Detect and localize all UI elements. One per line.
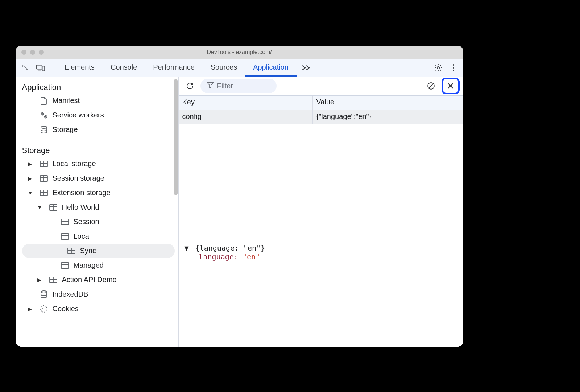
sidebar-item-label: Local	[74, 232, 91, 240]
chevron-right-icon: ▶	[37, 277, 45, 283]
sidebar-item-action-api-demo[interactable]: ▶ Action API Demo	[16, 273, 178, 287]
table-icon	[49, 277, 58, 283]
more-tabs-icon[interactable]	[297, 64, 315, 71]
sidebar-item-label: Sync	[80, 247, 96, 255]
sidebar-item-label: Hello World	[62, 203, 99, 211]
cell-value[interactable]: {"language":"en"}	[313, 110, 463, 124]
group-application: Application	[16, 80, 178, 94]
table-icon	[49, 204, 58, 211]
clear-all-icon[interactable]	[425, 80, 437, 92]
chevron-right-icon: ▶	[28, 176, 35, 181]
sidebar-item-label: Managed	[74, 261, 104, 269]
table-icon	[61, 233, 69, 240]
table-icon	[67, 248, 76, 254]
chevron-down-icon: ▼	[37, 205, 45, 210]
storage-toolbar: Filter	[179, 77, 463, 96]
svg-point-20	[41, 291, 47, 293]
value-preview: ▼ {language: "en"} language: "en"	[179, 240, 463, 347]
sidebar-item-label: Session storage	[53, 174, 104, 182]
gears-icon	[40, 112, 48, 119]
filter-input[interactable]: Filter	[200, 79, 277, 93]
preview-summary: {language: "en"}	[195, 244, 265, 252]
tab-application[interactable]: Application	[245, 59, 297, 77]
table-icon	[61, 219, 69, 225]
group-storage: Storage	[16, 143, 178, 157]
panel-tabs: Elements Console Performance Sources App…	[57, 59, 297, 77]
database-icon	[40, 126, 48, 134]
sidebar-item-label: Service workers	[53, 111, 104, 119]
sidebar-item-label: Action API Demo	[62, 276, 117, 284]
svg-point-7	[42, 114, 43, 114]
svg-point-3	[453, 64, 454, 66]
sidebar-item-label: Cookies	[53, 305, 79, 313]
sidebar-item-managed[interactable]: Managed	[16, 258, 178, 273]
svg-point-9	[45, 116, 46, 117]
tab-elements[interactable]: Elements	[57, 59, 103, 77]
sidebar-item-local-storage[interactable]: ▶ Local storage	[16, 157, 178, 171]
tab-sources[interactable]: Sources	[203, 59, 245, 77]
preview-prop-value: "en"	[243, 252, 260, 261]
sidebar-item-service-workers[interactable]: Service workers	[16, 108, 178, 123]
refresh-icon[interactable]	[184, 80, 196, 92]
chevron-down-icon: ▼	[185, 244, 191, 252]
svg-point-22	[42, 308, 43, 309]
chevron-down-icon: ▼	[28, 190, 35, 196]
sidebar-item-storage-overview[interactable]: Storage	[16, 123, 178, 137]
svg-point-23	[44, 310, 45, 310]
cookie-icon	[40, 305, 48, 313]
scrollbar-thumb[interactable]	[174, 79, 178, 195]
sidebar-item-manifest[interactable]: Manifest	[16, 94, 178, 108]
svg-point-8	[44, 115, 47, 118]
sidebar-item-indexeddb[interactable]: IndexedDB	[16, 287, 178, 302]
table-empty-area	[179, 124, 463, 240]
cell-key[interactable]: config	[179, 110, 313, 124]
sidebar-item-cookies[interactable]: ▶ Cookies	[16, 302, 178, 316]
table-icon	[40, 175, 48, 182]
window-title: DevTools - example.com/	[16, 49, 463, 55]
table-icon	[61, 262, 69, 269]
chevron-right-icon: ▶	[28, 161, 35, 167]
chevron-right-icon: ▶	[28, 306, 35, 312]
sidebar-item-label: Manifest	[53, 96, 80, 105]
sidebar-item-label: IndexedDB	[53, 290, 88, 298]
preview-summary-row[interactable]: ▼ {language: "en"}	[185, 244, 457, 252]
svg-rect-1	[42, 66, 44, 71]
file-icon	[40, 97, 48, 105]
kebab-menu-icon[interactable]	[446, 60, 461, 75]
device-toolbar-icon[interactable]	[33, 60, 48, 75]
preview-prop-key: language:	[199, 252, 238, 261]
delete-selected-highlight	[442, 78, 460, 94]
tab-performance[interactable]: Performance	[145, 59, 203, 77]
sidebar-item-label: Local storage	[53, 160, 96, 168]
delete-selected-icon[interactable]	[444, 80, 457, 92]
table-icon	[40, 190, 48, 196]
column-key-header[interactable]: Key	[179, 96, 313, 110]
storage-table: Key Value config {"language":"en"}	[179, 96, 463, 240]
database-icon	[40, 290, 48, 298]
sidebar-item-session-storage[interactable]: ▶ Session storage	[16, 171, 178, 186]
column-value-header[interactable]: Value	[313, 96, 463, 110]
sidebar-item-label: Extension storage	[53, 189, 111, 197]
table-row[interactable]: config {"language":"en"}	[179, 110, 463, 124]
sidebar-item-hello-world[interactable]: ▼ Hello World	[16, 200, 178, 215]
sidebar-item-sync[interactable]: Sync	[22, 244, 175, 258]
filter-icon	[207, 82, 214, 90]
inspect-element-icon[interactable]	[18, 60, 33, 75]
preview-property-row[interactable]: language: "en"	[185, 252, 457, 261]
settings-gear-icon[interactable]	[431, 60, 446, 75]
sidebar-item-session[interactable]: Session	[16, 215, 178, 229]
sidebar-item-extension-storage[interactable]: ▼ Extension storage	[16, 186, 178, 200]
sidebar-item-label: Session	[74, 218, 99, 226]
svg-point-21	[41, 306, 47, 312]
sidebar-item-local[interactable]: Local	[16, 229, 178, 244]
svg-rect-0	[36, 65, 42, 69]
storage-panel: Filter Key Value config	[179, 77, 463, 347]
tab-console[interactable]: Console	[103, 59, 145, 77]
filter-placeholder: Filter	[217, 82, 233, 90]
svg-point-2	[437, 67, 439, 69]
svg-point-10	[41, 126, 47, 128]
tab-strip: Elements Console Performance Sources App…	[16, 59, 463, 77]
sidebar-item-label: Storage	[53, 125, 78, 134]
application-sidebar: Application Manifest Service workers Sto…	[16, 77, 179, 347]
divider	[51, 62, 51, 74]
